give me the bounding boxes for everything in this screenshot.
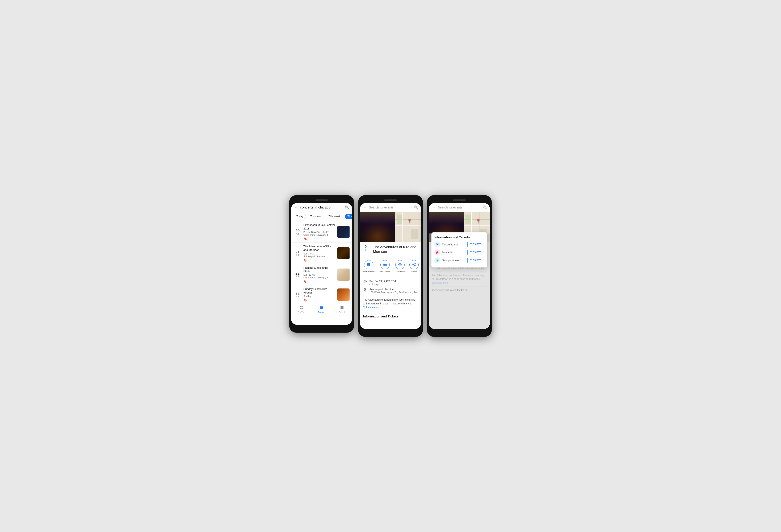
event-hero-2: 📍 bbox=[360, 212, 421, 242]
event-list-1: 20 JUL Pitchspoon Music Festival 2018 Fr… bbox=[291, 221, 352, 304]
event-thumb-2 bbox=[337, 247, 350, 259]
search-header-1: ← concerts in chicago 🔍 bbox=[291, 203, 352, 212]
chip-this-week[interactable]: This Week bbox=[326, 214, 343, 219]
svg-rect-4 bbox=[320, 306, 323, 307]
svg-point-16 bbox=[415, 263, 415, 264]
event-item-2[interactable]: 21 JUL The Adventures of Kira and Morris… bbox=[291, 243, 352, 264]
tickets-button-2[interactable]: TICKETS bbox=[467, 250, 484, 255]
detail-header: 21 JUL The Adventures of Kira and Morris… bbox=[363, 245, 418, 254]
search-query-1[interactable]: concerts in chicago bbox=[300, 205, 343, 209]
hero-concert-image bbox=[360, 212, 395, 242]
provider-row-1: Ticketsite.com TICKETS bbox=[435, 241, 484, 247]
venue-row: Snickerpark Stadium 100 West Snickerpark… bbox=[363, 288, 418, 294]
save-icon-3[interactable]: 🔖 bbox=[303, 280, 335, 283]
action-row-2: Saved event Get tickets bbox=[360, 258, 421, 275]
svg-rect-0 bbox=[300, 306, 301, 308]
provider-icon-3 bbox=[435, 257, 440, 263]
chip-today[interactable]: Today bbox=[294, 214, 306, 219]
directions-icon bbox=[395, 260, 405, 269]
search-icon-3[interactable]: 🔍 bbox=[483, 205, 487, 209]
save-icon-1[interactable]: 🔖 bbox=[303, 237, 335, 240]
screen-1: ← concerts in chicago 🔍 Today Tomorrow T… bbox=[291, 203, 352, 325]
get-tickets-icon bbox=[380, 260, 390, 269]
svg-point-10 bbox=[384, 264, 385, 265]
event-description-2: The Adventures of Kira and Morrison is c… bbox=[363, 296, 418, 310]
save-icon-2[interactable]: 🔖 bbox=[303, 258, 335, 262]
svg-rect-7 bbox=[360, 212, 395, 242]
screen-2: ← Search for events 🔍 bbox=[360, 203, 421, 329]
saved-event-btn[interactable]: Saved event bbox=[362, 260, 375, 273]
detail-info-block: Sat, Jul 21, 7 PM EDT in 2 days Sn bbox=[360, 277, 421, 313]
saved-icon bbox=[340, 305, 344, 311]
search-placeholder-3[interactable]: Search for events bbox=[438, 206, 481, 209]
get-tickets-btn[interactable]: Get tickets bbox=[380, 260, 390, 273]
bottom-nav-1: For You Browse bbox=[291, 304, 352, 314]
event-details-3: Painting Class in the Studio Sun, 12 AM … bbox=[303, 266, 335, 283]
event-date-2: 21 JUL bbox=[294, 250, 301, 256]
nav-browse[interactable]: Browse bbox=[312, 305, 332, 314]
back-button-1[interactable]: ← bbox=[294, 205, 298, 209]
event-date-3: 22 JUL bbox=[294, 272, 301, 278]
svg-line-19 bbox=[413, 264, 415, 264]
provider-name-2: DealHub bbox=[442, 251, 453, 254]
map-pin-3: 📍 bbox=[476, 218, 481, 223]
phone-1: ← concerts in chicago 🔍 Today Tomorrow T… bbox=[289, 195, 354, 333]
provider-info-1: Ticketsite.com bbox=[435, 241, 459, 247]
search-placeholder-2[interactable]: Search for events bbox=[369, 206, 412, 209]
event-item-3[interactable]: 22 JUL Painting Class in the Studio Sun,… bbox=[291, 264, 352, 286]
nav-label-saved: Saved bbox=[339, 311, 345, 314]
svg-line-20 bbox=[413, 265, 415, 265]
modal-title: Information and Tickets bbox=[435, 235, 484, 239]
event-item-1[interactable]: 20 JUL Pitchspoon Music Festival 2018 Fr… bbox=[291, 221, 352, 243]
speaker bbox=[315, 199, 328, 201]
event-thumb-3 bbox=[337, 269, 350, 281]
chip-tomorrow[interactable]: Tomorrow bbox=[307, 214, 324, 219]
nav-label-browse: Browse bbox=[318, 311, 325, 314]
event-details-1: Pitchspoon Music Festival 2018 Fri, Jul … bbox=[303, 223, 335, 240]
svg-rect-5 bbox=[320, 308, 323, 308]
search-icon-1[interactable]: 🔍 bbox=[345, 205, 349, 209]
svg-point-11 bbox=[385, 264, 386, 265]
phone-2: ← Search for events 🔍 bbox=[358, 195, 423, 337]
save-icon-4[interactable]: 🔖 bbox=[303, 298, 335, 302]
back-button-2[interactable]: ← bbox=[363, 205, 367, 209]
tickets-button-3[interactable]: TICKETS bbox=[467, 258, 484, 263]
provider-icon-2 bbox=[435, 249, 440, 255]
event-details-2: The Adventures of Kira and Morrison Sat,… bbox=[303, 245, 335, 262]
svg-point-17 bbox=[413, 264, 413, 265]
event-date-1: 20 JUL bbox=[294, 229, 301, 235]
hero-map: 📍 bbox=[395, 212, 421, 242]
svg-marker-27 bbox=[436, 251, 439, 254]
nav-for-you[interactable]: For You bbox=[291, 305, 312, 314]
detail-date: 21 JUL bbox=[363, 245, 371, 251]
provider-row-3: Groupsintown TICKETS bbox=[435, 257, 484, 263]
tickets-button-1[interactable]: TICKETS bbox=[467, 242, 484, 247]
share-btn[interactable]: Share bbox=[409, 260, 419, 273]
svg-rect-3 bbox=[301, 308, 303, 309]
svg-line-23 bbox=[365, 282, 366, 282]
search-icon-2[interactable]: 🔍 bbox=[414, 205, 418, 209]
directions-btn[interactable]: Directions bbox=[395, 260, 405, 273]
filter-chips-1: Today Tomorrow This Week This Weekend bbox=[291, 212, 352, 221]
share-icon bbox=[409, 260, 419, 269]
provider-row-2: DealHub TICKETS bbox=[435, 249, 484, 255]
location-icon-2 bbox=[363, 288, 367, 293]
provider-icon-1 bbox=[435, 241, 440, 247]
back-button-3[interactable]: ← bbox=[432, 205, 436, 209]
event-date-4: 22 JUL bbox=[294, 292, 301, 298]
event-details-4: Sunday Feasts with Friends Sunday 🔖 bbox=[303, 287, 335, 302]
screen-3: ← Search for events 🔍 bbox=[429, 203, 490, 329]
event-item-4[interactable]: 22 JUL Sunday Feasts with Friends Sunday… bbox=[291, 285, 352, 304]
time-row: Sat, Jul 21, 7 PM EDT in 2 days bbox=[363, 280, 418, 286]
event-link-2[interactable]: Ticketsite.com bbox=[363, 306, 379, 309]
nav-label-for-you: For You bbox=[298, 311, 305, 314]
provider-name-1: Ticketsite.com bbox=[442, 243, 459, 246]
nav-saved[interactable]: Saved bbox=[332, 305, 352, 314]
detail-content-2: 21 JUL The Adventures of Kira and Morris… bbox=[360, 242, 421, 258]
browse-icon bbox=[320, 305, 324, 311]
svg-point-26 bbox=[437, 244, 438, 245]
event-thumb-4 bbox=[337, 288, 350, 301]
phones-container: ← concerts in chicago 🔍 Today Tomorrow T… bbox=[289, 195, 492, 337]
chip-this-weekend[interactable]: This Weekend bbox=[345, 214, 352, 219]
saved-event-icon bbox=[364, 260, 373, 269]
